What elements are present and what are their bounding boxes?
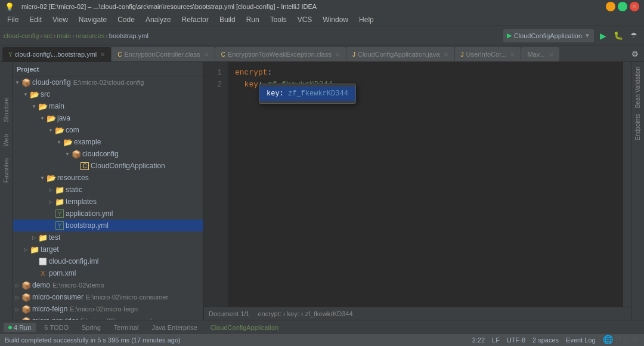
tree-arrow-resources: ▼	[38, 174, 47, 182]
tree-item-example[interactable]: ▼ 📂 example	[13, 136, 203, 148]
breadcrumb-cloud-config[interactable]: cloud-config	[4, 32, 39, 39]
tab-userinfo[interactable]: J UserInfoCor... ✕	[455, 47, 521, 61]
tab-encryption-controller[interactable]: C EncryptionController.class ✕	[112, 47, 214, 61]
tree-item-micro-consumer[interactable]: ▷ 📦 micro-consumer E:\micro-02\micro-con…	[13, 291, 203, 303]
menu-item-tools[interactable]: Tools	[265, 14, 292, 25]
tab-close-userinfo[interactable]: ✕	[510, 51, 515, 58]
yml-icon: Y	[8, 51, 13, 58]
debug-button[interactable]: 🐛	[612, 29, 625, 42]
code-editor[interactable]: encrypt: key: zf_fkewkrKD344 key: zf_fke…	[228, 62, 623, 307]
tab-close-cloudapp[interactable]: ✕	[444, 51, 448, 58]
editor-content[interactable]: 1 2 encrypt: key: zf_fkewkrKD344 key: zf…	[204, 62, 631, 307]
run-tab-terminal[interactable]: Terminal	[109, 323, 144, 332]
tree-item-templates[interactable]: ▷ 📁 templates	[13, 196, 203, 208]
tree-item-static[interactable]: ▷ 📁 static	[13, 184, 203, 196]
tree-arrow-main: ▼	[30, 102, 38, 110]
code-key-key: key	[244, 79, 258, 91]
tab-close-mav[interactable]: ✕	[549, 51, 553, 58]
menu-item-help[interactable]: Help	[354, 14, 379, 25]
menu-item-code[interactable]: Code	[113, 14, 140, 25]
editor-area: 1 2 encrypt: key: zf_fkewkrKD344 key: zf…	[204, 62, 631, 320]
tree-item-pom-xml[interactable]: X pom.xml	[13, 267, 203, 279]
breadcrumb-main[interactable]: main	[57, 32, 71, 39]
menu-item-analyze[interactable]: Analyze	[141, 14, 176, 25]
endpoints-tool[interactable]: Endpoints	[633, 112, 642, 143]
tree-icon-target: 📁	[30, 245, 39, 254]
favorites-tool[interactable]: Favorites	[3, 158, 10, 183]
menu-item-file[interactable]: File	[2, 14, 23, 25]
run-tab-todo[interactable]: 6 TODO	[39, 323, 73, 332]
tree-item-cloudconfigapp[interactable]: C CloudConfigApplication	[13, 160, 203, 172]
tree-icon-src: 📂	[30, 89, 39, 99]
menu-item-navigate[interactable]: Navigate	[74, 14, 112, 25]
tree-item-micro-provider[interactable]: ▼ 📦 micro-provider E:\micro-02\micro-pro…	[13, 315, 203, 320]
project-tree: Project ▼ 📦 cloud-config E:\micro-02\clo…	[13, 62, 204, 320]
minimize-button[interactable]: —	[606, 2, 615, 11]
class-icon: C	[117, 51, 122, 58]
tree-item-demo[interactable]: ▷ 📦 demo E:\micro-02\demo	[13, 279, 203, 291]
tab-close-bootstrap[interactable]: ✕	[100, 51, 105, 58]
tree-label-com: com	[66, 126, 79, 134]
editor-settings-button[interactable]: ⚙	[628, 47, 642, 60]
run-configuration[interactable]: ▶ CloudConfigApplication ▼	[503, 29, 594, 42]
tree-icon-java: 📂	[47, 113, 56, 123]
tree-item-micro-feign[interactable]: ▷ 📦 micro-feign E:\micro-02\micro-feign	[13, 303, 203, 315]
tree-item-bootstrap-yml[interactable]: Y bootstrap.yml	[13, 220, 203, 231]
tree-path-micro-consumer: E:\micro-02\micro-consumer	[86, 294, 168, 301]
tree-icon-main: 📂	[38, 101, 48, 111]
line-ending: LF	[492, 336, 500, 344]
menu-item-build[interactable]: Build	[215, 14, 240, 25]
tree-item-cloud-config-root[interactable]: ▼ 📦 cloud-config E:\micro-02\cloud-confi…	[13, 76, 203, 88]
structure-tool[interactable]: Structure	[3, 98, 10, 122]
class-icon2: C	[221, 51, 225, 58]
tree-item-test[interactable]: ▷ 📁 test	[13, 231, 203, 243]
tab-weak-exception[interactable]: C EncryptionTooWeakException.class ✕	[215, 47, 346, 61]
tab-mav[interactable]: Mav... ✕	[521, 47, 559, 61]
tree-item-main[interactable]: ▼ 📂 main	[13, 100, 203, 112]
status-doc-info: Document 1/1	[209, 310, 249, 317]
tree-item-resources[interactable]: ▼ 📂 resources	[13, 172, 203, 184]
tree-arrow-cloudconfigapp	[72, 162, 80, 170]
tree-arrow-pom-xml	[30, 269, 38, 277]
maximize-button[interactable]: □	[618, 2, 627, 11]
tree-label-static: static	[66, 186, 82, 194]
run-button[interactable]: ▶	[596, 29, 609, 42]
run-tab-run[interactable]: 4 Run	[4, 323, 36, 332]
tree-item-cloudconfig-pkg[interactable]: ▼ 📦 cloudconfig	[13, 148, 203, 160]
tab-bootstrap-yml[interactable]: Y cloud-config\...bootstrap.yml ✕	[2, 47, 111, 61]
run-tab-java-enterprise[interactable]: Java Enterprise	[147, 323, 202, 332]
tree-item-cloud-config-iml[interactable]: ⬜ cloud-config.iml	[13, 255, 203, 267]
tree-path-cloud-config-root: E:\micro-02\cloud-config	[73, 79, 144, 86]
run-tab-label: Run	[19, 324, 31, 331]
tree-label-cloudconfigapp: CloudConfigApplication	[91, 162, 165, 170]
tree-item-target[interactable]: ▷ 📁 target	[13, 243, 203, 255]
breadcrumb-file[interactable]: bootstrap.yml	[109, 32, 148, 39]
run-active-dot	[8, 326, 12, 329]
tab-close-encryption[interactable]: ✕	[204, 51, 209, 58]
menu-item-edit[interactable]: Edit	[24, 14, 47, 25]
autocomplete-item-key[interactable]: key: zf_fkewkrKD344	[259, 86, 355, 101]
tree-item-java[interactable]: ▼ 📂 java	[13, 112, 203, 124]
menu-item-run[interactable]: Run	[242, 14, 264, 25]
coverage-button[interactable]: ☂	[627, 29, 640, 42]
breadcrumb-resources[interactable]: resources	[76, 32, 104, 39]
menu-item-view[interactable]: View	[48, 14, 73, 25]
tab-close-weak[interactable]: ✕	[335, 51, 340, 58]
breadcrumb-src[interactable]: src	[44, 32, 52, 39]
tree-arrow-cloud-config-iml	[30, 257, 38, 265]
tab-cloudconfig-app[interactable]: J CloudConfigApplication.java ✕	[346, 47, 454, 61]
tree-item-application-yml[interactable]: Y application.yml	[13, 208, 203, 220]
autocomplete-popup[interactable]: key: zf_fkewkrKD344	[259, 84, 356, 104]
bean-validation-tool[interactable]: Bean Validation	[633, 64, 642, 110]
run-tab-spring[interactable]: Spring	[77, 323, 106, 332]
menu-item-vcs[interactable]: VCS	[293, 14, 317, 25]
line-num-1: 1	[206, 67, 225, 79]
window-controls[interactable]: — □ ✕	[606, 2, 639, 11]
tree-item-com[interactable]: ▼ 📂 com	[13, 124, 203, 136]
close-button[interactable]: ✕	[630, 2, 639, 11]
menu-item-window[interactable]: Window	[318, 14, 353, 25]
menu-item-refactor[interactable]: Refactor	[177, 14, 213, 25]
web-tool[interactable]: Web	[3, 134, 10, 146]
event-log[interactable]: Event Log	[566, 336, 596, 344]
tree-item-src[interactable]: ▼ 📂 src	[13, 88, 203, 100]
